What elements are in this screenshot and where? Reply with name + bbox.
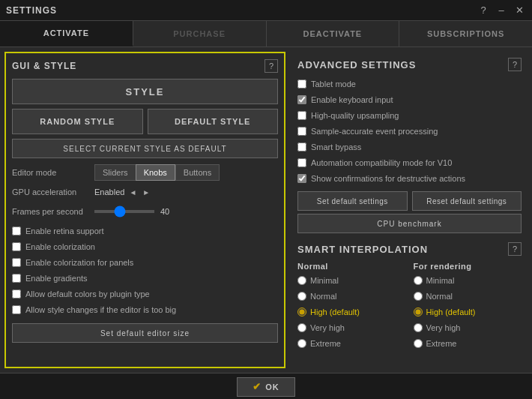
normal-normal-label: Normal <box>310 292 336 301</box>
checkbox-style-changes-label: Allow style changes if the editor is too… <box>25 305 176 314</box>
checkbox-colorization-panels-input[interactable] <box>12 258 21 267</box>
tab-deactivate[interactable]: DEACTIVATE <box>267 21 400 46</box>
adv-checkbox-upsampling-input[interactable] <box>297 111 306 120</box>
adv-checkbox-sample-accurate-input[interactable] <box>297 127 306 136</box>
rendering-high-label: High (default) <box>426 308 476 316</box>
normal-high-radio[interactable] <box>297 308 306 316</box>
mode-buttons-button[interactable]: Buttons <box>175 164 220 181</box>
adv-checkbox-smart-bypass-input[interactable] <box>297 142 306 152</box>
gui-help-button[interactable]: ? <box>265 59 278 73</box>
random-style-button[interactable]: RANDOM STYLE <box>12 109 143 134</box>
editor-mode-controls: Sliders Knobs Buttons <box>94 164 220 181</box>
panel-header: GUI & STYLE ? <box>12 59 278 73</box>
advanced-help-button[interactable]: ? <box>508 58 522 71</box>
normal-extreme-radio[interactable] <box>297 339 306 348</box>
gpu-label: GPU acceleration <box>12 188 94 196</box>
normal-extreme-label: Extreme <box>310 339 341 348</box>
fps-slider[interactable] <box>94 210 154 213</box>
rendering-extreme-row: Extreme <box>414 337 522 350</box>
normal-normal-radio[interactable] <box>297 292 306 301</box>
normal-veryhigh-radio[interactable] <box>297 323 306 332</box>
checkbox-retina-input[interactable] <box>12 226 21 236</box>
minimize-button[interactable]: – <box>495 4 508 17</box>
gui-style-panel: GUI & STYLE ? STYLE RANDOM STYLE DEFAULT… <box>4 52 285 368</box>
rendering-normal-radio[interactable] <box>414 292 423 301</box>
set-default-settings-button[interactable]: Set default settings <box>297 191 408 211</box>
help-button[interactable]: ? <box>477 4 490 17</box>
rendering-extreme-radio[interactable] <box>414 339 423 348</box>
close-button[interactable]: ✕ <box>513 4 526 17</box>
mode-sliders-button[interactable]: Sliders <box>94 164 136 181</box>
reset-default-settings-button[interactable]: Reset default settings <box>412 191 522 211</box>
checkbox-gradients-input[interactable] <box>12 274 21 283</box>
adv-checkbox-automation-label: Automation compatibility mode for V10 <box>311 158 452 167</box>
normal-interpolation-col: Normal Minimal Normal High (default) Ver… <box>297 262 406 352</box>
gpu-prev-button[interactable]: ◄ <box>127 188 138 196</box>
rendering-interpolation-col: For rendering Minimal Normal High (defau… <box>414 262 522 352</box>
rendering-minimal-label: Minimal <box>426 276 455 285</box>
tab-bar: ACTIVATE PURCHASE DEACTIVATE SUBSCRIPTIO… <box>0 21 532 47</box>
adv-checkbox-automation-input[interactable] <box>297 158 306 167</box>
rendering-minimal-radio[interactable] <box>414 276 423 285</box>
checkbox-colorization-input[interactable] <box>12 242 21 251</box>
default-style-button[interactable]: DEFAULT STYLE <box>148 109 279 134</box>
rendering-veryhigh-radio[interactable] <box>414 323 423 332</box>
adv-buttons-row: Set default settings Reset default setti… <box>297 191 522 211</box>
checkbox-colorization-label: Enable colorization <box>25 242 95 251</box>
checkbox-colorization-panels-label: Enable colorization for panels <box>25 258 133 267</box>
fps-value: 40 <box>160 207 169 216</box>
title-bar: SETTINGS ? – ✕ <box>0 0 532 21</box>
tab-activate[interactable]: ACTIVATE <box>0 21 133 46</box>
bottom-bar: ✔ OK <box>0 373 532 399</box>
adv-checkbox-keyboard: Enable keyboard input <box>297 93 522 106</box>
rendering-normal-label: Normal <box>426 292 453 301</box>
checkbox-colorization: Enable colorization <box>12 240 278 254</box>
adv-checkbox-upsampling: High-quality upsampling <box>297 109 522 122</box>
cpu-benchmark-button[interactable]: CPU benchmark <box>297 214 522 233</box>
default-editor-size-button[interactable]: Set default editor size <box>12 323 278 343</box>
ok-label: OK <box>265 382 279 392</box>
interpolation-grid: Normal Minimal Normal High (default) Ver… <box>297 262 522 352</box>
adv-checkbox-keyboard-input[interactable] <box>297 95 306 104</box>
normal-high-row: High (default) <box>297 305 406 319</box>
checkbox-gradients-label: Enable gradients <box>25 274 88 283</box>
adv-checkbox-sample-accurate: Sample-accurate event processing <box>297 124 522 138</box>
adv-checkbox-smart-bypass: Smart bypass <box>297 140 522 154</box>
tab-purchase[interactable]: PURCHASE <box>133 21 267 46</box>
normal-high-label: High (default) <box>310 308 360 316</box>
adv-checkbox-confirmations-input[interactable] <box>297 174 306 183</box>
gpu-value-container: Enabled ◄ ► <box>94 188 151 196</box>
rendering-extreme-label: Extreme <box>426 339 457 348</box>
adv-checkbox-confirmations: Show confirmations for destructive actio… <box>297 172 522 185</box>
checkbox-default-colors: Allow default colors by plugin type <box>12 287 278 301</box>
adv-checkbox-keyboard-label: Enable keyboard input <box>311 95 393 104</box>
normal-extreme-row: Extreme <box>297 337 406 350</box>
rendering-veryhigh-label: Very high <box>426 323 461 332</box>
adv-checkbox-tablet-input[interactable] <box>297 80 306 88</box>
checkbox-style-changes-input[interactable] <box>12 305 21 314</box>
ok-button[interactable]: ✔ OK <box>237 377 295 397</box>
checkbox-retina: Enable retina support <box>12 224 278 238</box>
mode-knobs-button[interactable]: Knobs <box>136 164 175 181</box>
rendering-col-title: For rendering <box>414 262 522 271</box>
advanced-settings-header: ADVANCED SETTINGS ? <box>297 58 522 71</box>
adv-checkbox-sample-accurate-label: Sample-accurate event processing <box>311 127 438 136</box>
rendering-minimal-row: Minimal <box>414 274 522 287</box>
main-content: GUI & STYLE ? STYLE RANDOM STYLE DEFAULT… <box>0 47 532 373</box>
select-current-style-button[interactable]: SELECT CURRENT STYLE AS DEFAULT <box>12 139 278 158</box>
gpu-next-button[interactable]: ► <box>141 188 151 196</box>
adv-checkbox-tablet: Tablet mode <box>297 77 522 91</box>
checkbox-default-colors-input[interactable] <box>12 290 21 298</box>
rendering-high-radio[interactable] <box>414 308 423 316</box>
style-button[interactable]: STYLE <box>12 79 278 104</box>
tab-subscriptions[interactable]: SUBSCRIPTIONS <box>399 21 532 46</box>
smart-help-button[interactable]: ? <box>508 242 522 256</box>
normal-minimal-radio[interactable] <box>297 276 306 285</box>
smart-title: SMART INTERPOLATION <box>297 244 428 255</box>
normal-veryhigh-label: Very high <box>310 323 345 332</box>
normal-minimal-row: Minimal <box>297 274 406 287</box>
checkbox-default-colors-label: Allow default colors by plugin type <box>25 290 150 298</box>
checkbox-gradients: Enable gradients <box>12 272 278 285</box>
editor-mode-label: Editor mode <box>12 168 94 177</box>
style-buttons-row: RANDOM STYLE DEFAULT STYLE <box>12 109 278 134</box>
